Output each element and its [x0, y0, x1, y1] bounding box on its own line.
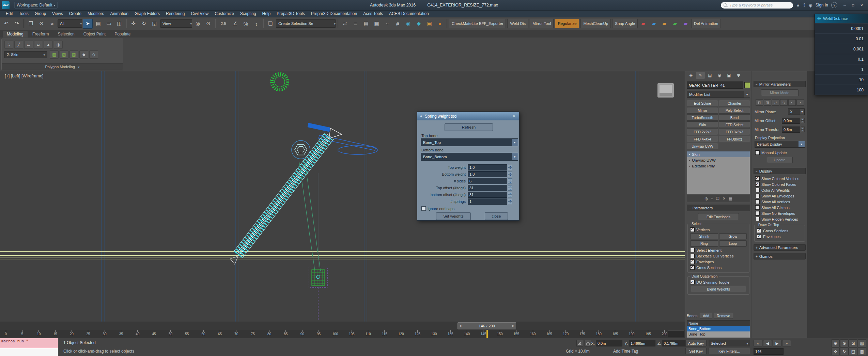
set-weights-button[interactable]: Set weights [436, 212, 471, 220]
schematic-view-icon[interactable]: # [393, 19, 403, 29]
modifier-set-button[interactable]: Poly Select [719, 107, 750, 114]
weld-distance-option[interactable]: 0.0001 [815, 23, 868, 33]
viewport[interactable]: [+] [Left] [Wireframe] [0, 71, 685, 322]
toolbar-script-button[interactable]: Mirror Tool [530, 19, 554, 28]
display-checkbox[interactable]: Show All Envelopes [755, 194, 807, 198]
coordinate-field[interactable]: 0.0m [596, 340, 622, 346]
render-setup-icon[interactable]: ◆ [414, 19, 424, 29]
app-logo[interactable]: MAX [2, 1, 10, 9]
spinner-arrows[interactable]: ▴▾ [801, 127, 805, 132]
display-checkbox[interactable]: Show Colored Vertices [755, 176, 807, 181]
spinner-field[interactable]: 1.0 [468, 164, 507, 170]
current-modifier-dropdown[interactable]: 2: Skin [4, 51, 47, 58]
bone-list-item[interactable]: Bone_Top [687, 331, 750, 337]
modifier-set-button[interactable]: FFD 3x3x3 [719, 129, 750, 135]
menu-item[interactable]: Tools [16, 11, 32, 16]
toolbar-script-button[interactable]: Regularize [555, 19, 579, 28]
plugin-icon-2[interactable]: ▰ [649, 19, 659, 29]
rectangular-region-icon[interactable]: ▭ [104, 19, 114, 29]
reference-coordinate-dropdown[interactable]: View [160, 19, 192, 28]
go-to-start-icon[interactable]: « [754, 340, 762, 346]
listener-line[interactable] [0, 348, 58, 356]
cross-sections-checkbox[interactable]: Cross Sections [690, 265, 747, 270]
remove-bone-button[interactable]: Remove [714, 313, 733, 319]
menu-item[interactable]: Animation [107, 11, 131, 16]
material-editor-icon[interactable]: ◉ [403, 19, 413, 29]
element-mode-icon[interactable]: ▲ [44, 41, 53, 49]
weld-distance-option[interactable]: 0.1 [815, 54, 868, 64]
spinner-arrows[interactable] [508, 185, 512, 191]
select-by-name-icon[interactable]: ▤ [93, 19, 103, 29]
toolbar-script-button[interactable]: CheckMateLite BFF_Exporter [449, 19, 506, 28]
selection-lock-icon[interactable] [585, 340, 591, 347]
advanced-parameters-rollout-header[interactable]: Advanced Parameters [754, 244, 806, 251]
blend-weights-button[interactable]: Blend Weights [691, 286, 746, 292]
gizmos-rollout-header[interactable]: Gizmos [754, 253, 806, 259]
spinner-field[interactable]: 1 [468, 198, 507, 205]
sign-in-link[interactable]: Sign In [816, 3, 828, 8]
isolate-selection-icon[interactable] [576, 340, 583, 347]
modifier-set-button[interactable]: Unwrap UVW [687, 143, 718, 149]
snap-toggle-icon[interactable]: 2.5 [217, 19, 230, 29]
bone-list-item[interactable]: Bone_Bottom [687, 326, 750, 331]
menu-item[interactable]: Civil View [188, 11, 212, 16]
add-bone-button[interactable]: Add [700, 313, 712, 319]
weld-distance-option[interactable]: 10 [815, 74, 868, 85]
ribbon-tab[interactable]: Object Paint [79, 31, 110, 38]
maxscript-mini-listener[interactable]: macros.run " [0, 338, 58, 356]
make-unique-icon[interactable]: ❐ [716, 196, 719, 201]
paste-right-bones-icon[interactable]: ◑ [796, 99, 804, 106]
paste-green-to-blue-icon[interactable]: ⇄ [772, 99, 779, 106]
minimize-window-icon[interactable]: ─ [840, 2, 849, 8]
modifier-set-button[interactable]: FFD(box) [719, 136, 750, 142]
previous-frame-icon[interactable]: ◀ [763, 340, 772, 346]
menu-item[interactable]: Modifiers [84, 11, 107, 16]
search-box[interactable] [721, 2, 793, 9]
time-slider-handle[interactable]: ◀ 146 / 200 ▶ [458, 322, 516, 329]
modifier-set-button[interactable]: Edit Spline [687, 100, 718, 106]
ribbon-panel-label[interactable]: Polygon Modeling [2, 63, 123, 70]
bottom-bone-dropdown[interactable]: Bone_Bottom [421, 153, 518, 161]
constraint-normal-icon[interactable]: ▨ [69, 50, 78, 59]
ribbon-tab[interactable]: Modeling [3, 31, 28, 38]
weld-distance-option[interactable]: 0.001 [815, 44, 868, 54]
weld-distance-header[interactable]: WeldDistance [815, 14, 868, 23]
select-and-move-icon[interactable]: ✛ [128, 19, 138, 29]
select-and-rotate-icon[interactable]: ↻ [139, 19, 149, 29]
constraint-edge-icon[interactable]: ▦ [50, 50, 59, 59]
modifier-set-button[interactable]: Skin [687, 121, 718, 128]
zoom-extents-icon[interactable]: ⊠ [849, 339, 857, 347]
hierarchy-tab-icon[interactable]: ▤ [706, 72, 714, 79]
maximize-viewport-icon[interactable]: ◱ [849, 347, 857, 355]
redo-icon[interactable]: ↷ [12, 19, 22, 29]
modifier-stack-row[interactable]: Unwrap UVW [687, 157, 750, 163]
spinner-snap-icon[interactable]: ↕ [251, 19, 261, 29]
configure-modifier-sets-icon[interactable]: ▤ [729, 196, 732, 201]
workspace-dropdown[interactable]: Workspace: Default [14, 2, 58, 9]
maximize-window-icon[interactable]: □ [849, 2, 857, 8]
spinner-arrows[interactable] [508, 178, 512, 184]
menu-item[interactable]: Scripting [237, 11, 259, 16]
display-checkbox[interactable]: Color All Weights [755, 188, 807, 192]
close-window-icon[interactable]: ✕ [857, 2, 866, 8]
menu-item[interactable]: Group [32, 11, 49, 16]
vertices-checkbox[interactable]: Vertices [690, 227, 747, 232]
polygon-mode-icon[interactable]: ▱ [34, 41, 43, 49]
display-rollout-header[interactable]: Display [754, 168, 806, 174]
menu-item[interactable]: Aces Tools [360, 11, 386, 16]
dq-skinning-toggle-checkbox[interactable]: DQ Skinning Toggle [690, 280, 747, 284]
mirror-mode-button[interactable]: Mirror Mode [761, 89, 799, 96]
ribbon-toggle-icon[interactable]: ▦ [372, 19, 382, 29]
mirror-paste-right-icon[interactable]: ◨ [764, 99, 771, 106]
show-end-result-icon[interactable]: ≈ [711, 196, 713, 201]
shrink-button[interactable]: Shrink [690, 233, 718, 239]
plugin-icon-3[interactable]: ▰ [660, 19, 669, 29]
use-soft-selection-icon[interactable]: ◆ [79, 50, 88, 59]
ring-button[interactable]: Ring [690, 240, 718, 247]
plugin-icon-1[interactable]: ▰ [638, 19, 648, 29]
constraint-face-icon[interactable]: ▧ [60, 50, 68, 59]
help-icon[interactable]: ? [831, 2, 837, 8]
pin-stack-icon[interactable]: ◎ [704, 196, 708, 201]
spinner-arrows[interactable] [508, 199, 512, 204]
undo-icon[interactable]: ↶ [1, 19, 11, 29]
